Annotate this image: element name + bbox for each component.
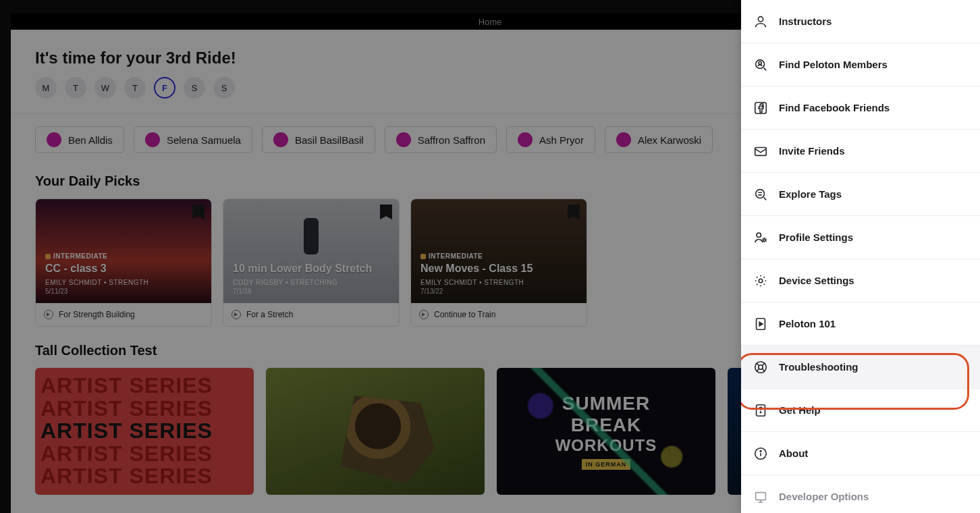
bookmark-icon[interactable] <box>192 205 205 219</box>
instructor-name: Selena Samuela <box>167 134 241 146</box>
day-s2[interactable]: S <box>213 77 235 99</box>
menu-label: Find Facebook Friends <box>779 102 890 113</box>
card-footer: For Strength Building <box>36 303 211 326</box>
menu-profile-settings[interactable]: Profile Settings <box>741 216 980 259</box>
search-person-icon <box>753 57 768 72</box>
card-date: 5/11/23 <box>45 288 202 295</box>
search-tag-icon <box>753 187 768 202</box>
avatar-icon <box>396 132 411 147</box>
collection-tile-artist[interactable]: ARTIST SERIES ARTIST SERIES ARTIST SERIE… <box>35 368 254 495</box>
avatar-icon <box>47 132 61 147</box>
menu-troubleshooting[interactable]: Troubleshooting <box>741 346 980 389</box>
card-meta: CODY RIGSBY • STRETCHING <box>233 279 389 286</box>
profile-gear-icon <box>753 230 768 245</box>
svg-point-7 <box>763 238 766 241</box>
menu-get-help[interactable]: Get Help <box>741 389 980 432</box>
svg-point-15 <box>760 450 761 452</box>
menu-label: Peloton 101 <box>779 318 836 329</box>
svg-point-2 <box>759 61 761 64</box>
card-meta: EMILY SCHMIDT • STRENGTH <box>420 279 577 286</box>
svg-rect-16 <box>756 492 766 500</box>
top-bar-title: Home <box>479 17 502 27</box>
menu-label: Instructors <box>779 16 832 27</box>
play-icon <box>232 310 241 319</box>
play-icon <box>419 310 429 319</box>
card-image: 10 min Lower Body Stretch CODY RIGSBY • … <box>223 199 399 303</box>
day-m[interactable]: M <box>35 77 57 99</box>
menu-find-facebook[interactable]: Find Facebook Friends <box>741 86 980 130</box>
menu-label: Device Settings <box>779 275 854 286</box>
card-date: 7/13/22 <box>420 288 577 295</box>
person-icon <box>753 14 768 29</box>
card-level: INTERMEDIATE <box>420 252 577 260</box>
settings-panel: Instructors Find Peloton Members Find Fa… <box>741 0 980 513</box>
card-meta: EMILY SCHMIDT • STRENGTH <box>45 279 202 286</box>
menu-label: Invite Friends <box>779 145 845 157</box>
svg-point-13 <box>760 412 761 412</box>
card-image: INTERMEDIATE CC - class 3 EMILY SCHMIDT … <box>36 199 211 303</box>
day-f[interactable]: F <box>154 77 175 99</box>
day-s1[interactable]: S <box>184 77 205 99</box>
menu-instructors[interactable]: Instructors <box>741 0 980 43</box>
card-title: 10 min Lower Body Stretch <box>233 263 389 275</box>
menu-label: Find Peloton Members <box>779 59 888 70</box>
menu-about[interactable]: About <box>741 432 980 475</box>
class-card[interactable]: 10 min Lower Body Stretch CODY RIGSBY • … <box>223 198 400 327</box>
collection-tile-summer[interactable]: SUMMER BREAK WORKOUTS IN GERMAN <box>497 368 715 495</box>
facebook-icon <box>753 101 768 115</box>
app-root: Home It's time for your 3rd Ride! M T W … <box>0 0 980 513</box>
menu-label: Get Help <box>779 404 821 416</box>
menu-label: Profile Settings <box>779 232 853 243</box>
lifebuoy-icon <box>753 360 768 375</box>
card-footer: Continue to Train <box>411 303 587 326</box>
menu-invite-friends[interactable]: Invite Friends <box>741 130 980 173</box>
card-date: 7/1/16 <box>233 288 389 295</box>
menu-label: Explore Tags <box>779 188 842 200</box>
svg-point-5 <box>756 189 765 198</box>
play-doc-icon <box>753 317 768 331</box>
day-w[interactable]: W <box>94 77 116 99</box>
class-card[interactable]: INTERMEDIATE New Moves - Class 15 EMILY … <box>410 198 587 327</box>
summer-text: SUMMER BREAK WORKOUTS IN GERMAN <box>555 393 657 470</box>
collection-tile-dog[interactable] <box>266 368 485 495</box>
svg-point-6 <box>757 233 761 237</box>
card-title: CC - class 3 <box>45 263 202 275</box>
instructor-pill[interactable]: Selena Samuela <box>134 126 252 153</box>
class-card[interactable]: INTERMEDIATE CC - class 3 EMILY SCHMIDT … <box>35 198 212 327</box>
bookmark-icon[interactable] <box>568 205 580 219</box>
dev-icon <box>753 489 768 504</box>
gear-icon <box>753 273 768 288</box>
card-level: INTERMEDIATE <box>45 252 202 260</box>
menu-device-settings[interactable]: Device Settings <box>741 259 980 302</box>
instructor-pill[interactable]: Basil BasilBasil <box>262 126 375 153</box>
day-t2[interactable]: T <box>124 77 146 99</box>
svg-point-0 <box>758 16 763 21</box>
avatar-icon <box>616 132 631 147</box>
menu-find-members[interactable]: Find Peloton Members <box>741 43 980 86</box>
info-icon <box>753 446 768 461</box>
menu-developer-options[interactable]: Developer Options <box>741 475 980 513</box>
instructor-pill[interactable]: Ash Pryor <box>506 126 595 153</box>
help-doc-icon <box>753 403 768 418</box>
instructor-name: Alex Karwoski <box>638 134 701 146</box>
instructor-pill[interactable]: Alex Karwoski <box>605 126 713 153</box>
instructor-name: Ben Alldis <box>68 134 113 146</box>
svg-rect-4 <box>755 147 767 155</box>
avatar-icon <box>518 132 533 147</box>
instructor-name: Basil BasilBasil <box>295 134 364 146</box>
card-image: INTERMEDIATE New Moves - Class 15 EMILY … <box>411 199 587 303</box>
instructor-pill[interactable]: Saffron Saffron <box>385 126 497 153</box>
avatar-icon <box>273 132 288 147</box>
svg-point-8 <box>759 279 763 283</box>
menu-label: Troubleshooting <box>779 361 859 373</box>
bookmark-icon[interactable] <box>380 205 392 219</box>
mail-icon <box>753 144 768 159</box>
menu-label: Developer Options <box>779 491 869 502</box>
menu-label: About <box>779 448 808 459</box>
instructor-pill[interactable]: Ben Alldis <box>35 126 124 153</box>
menu-explore-tags[interactable]: Explore Tags <box>741 173 980 216</box>
menu-peloton-101[interactable]: Peloton 101 <box>741 302 980 346</box>
instructor-name: Ash Pryor <box>539 134 584 146</box>
instructor-name: Saffron Saffron <box>418 134 485 146</box>
day-t1[interactable]: T <box>65 77 86 99</box>
